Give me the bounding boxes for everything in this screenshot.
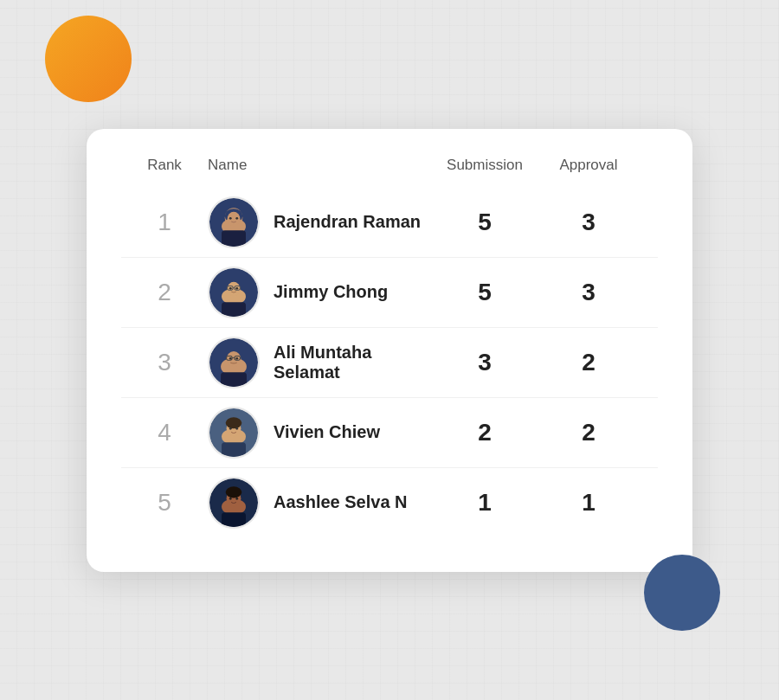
approval-cell: 3 [537, 209, 641, 236]
rank-cell: 5 [121, 489, 208, 517]
svg-point-12 [235, 286, 238, 289]
submission-cell: 2 [433, 419, 537, 446]
svg-point-36 [226, 486, 242, 498]
blue-circle-decoration [644, 555, 720, 631]
table-row: 2 Jimmy Chong 5 3 [121, 258, 658, 328]
person-name: Vivien Chiew [274, 422, 380, 442]
svg-point-11 [229, 286, 232, 289]
name-cell: Vivien Chiew [208, 407, 433, 459]
svg-point-5 [229, 216, 232, 219]
leaderboard-card: Rank Name Submission Approval 1 Rajendra… [87, 129, 692, 572]
avatar [208, 196, 260, 248]
submission-cell: 3 [433, 349, 537, 376]
avatar [208, 407, 260, 459]
svg-point-4 [228, 211, 241, 226]
svg-point-10 [228, 281, 241, 296]
submission-cell: 5 [433, 279, 537, 306]
svg-rect-39 [222, 512, 246, 527]
svg-point-19 [227, 350, 241, 367]
person-name: Aashlee Selva N [274, 492, 408, 512]
orange-circle-decoration [45, 16, 132, 102]
svg-point-6 [235, 216, 238, 219]
avatar [208, 267, 260, 318]
leaderboard-table-body: 1 Rajendran Raman 5 3 2 [121, 188, 658, 537]
submission-cell: 5 [433, 209, 537, 236]
svg-rect-7 [222, 230, 246, 247]
approval-header: Approval [537, 157, 641, 174]
avatar [208, 337, 260, 389]
svg-point-30 [229, 427, 232, 429]
table-row: 5 Aashlee Selva N 1 1 [121, 468, 658, 537]
svg-point-29 [226, 417, 242, 428]
approval-cell: 2 [537, 419, 641, 446]
svg-point-38 [235, 497, 238, 499]
person-name: Jimmy Chong [274, 282, 388, 302]
person-name: Ali Muntaha Selamat [274, 343, 433, 382]
approval-cell: 2 [537, 349, 641, 376]
rank-cell: 4 [121, 419, 208, 446]
svg-point-21 [235, 356, 238, 359]
rank-cell: 2 [121, 279, 208, 306]
name-cell: Aashlee Selva N [208, 477, 433, 529]
approval-cell: 3 [537, 279, 641, 306]
svg-rect-25 [221, 372, 247, 387]
table-row: 4 Vivien Chiew 2 2 [121, 398, 658, 468]
name-cell: Rajendran Raman [208, 196, 433, 248]
rank-header: Rank [121, 157, 208, 174]
svg-point-37 [229, 497, 232, 499]
svg-rect-32 [222, 442, 246, 457]
name-cell: Jimmy Chong [208, 267, 433, 318]
table-row: 3 Ali Muntaha Selamat 3 2 [121, 328, 658, 398]
table-header-row: Rank Name Submission Approval [121, 157, 658, 188]
submission-header: Submission [433, 157, 537, 174]
approval-cell: 1 [537, 489, 641, 517]
svg-point-31 [235, 427, 238, 429]
avatar [208, 477, 260, 529]
person-name: Rajendran Raman [274, 212, 421, 232]
name-cell: Ali Muntaha Selamat [208, 337, 433, 389]
rank-cell: 3 [121, 349, 208, 376]
submission-cell: 1 [433, 489, 537, 517]
table-row: 1 Rajendran Raman 5 3 [121, 188, 658, 258]
name-header: Name [208, 157, 433, 174]
rank-cell: 1 [121, 209, 208, 236]
svg-rect-16 [222, 302, 246, 317]
